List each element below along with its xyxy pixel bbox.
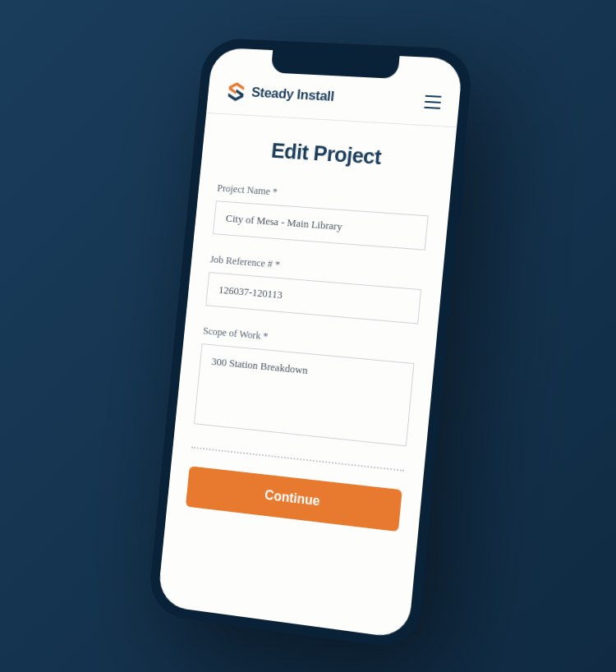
project-name-input[interactable] xyxy=(213,200,429,250)
job-reference-group: Job Reference # * xyxy=(205,254,423,324)
phone-side-button-2 xyxy=(453,240,458,274)
phone-screen: Steady Install Edit Project Project Name… xyxy=(157,48,463,639)
form-divider xyxy=(191,447,404,472)
scope-of-work-input[interactable] xyxy=(194,343,415,446)
phone-mockup: Steady Install Edit Project Project Name… xyxy=(147,38,474,651)
phone-side-button xyxy=(457,165,466,223)
form-content: Edit Project Project Name * Job Referenc… xyxy=(166,113,457,551)
project-name-group: Project Name * xyxy=(213,182,430,251)
hamburger-menu-icon[interactable] xyxy=(424,95,441,109)
page-title: Edit Project xyxy=(220,135,435,173)
brand-logo-group[interactable]: Steady Install xyxy=(224,80,335,108)
continue-button[interactable]: Continue xyxy=(186,466,402,532)
phone-frame: Steady Install Edit Project Project Name… xyxy=(147,38,474,651)
brand-logo-icon xyxy=(224,80,248,104)
brand-name: Steady Install xyxy=(251,85,334,105)
scope-of-work-group: Scope of Work * xyxy=(194,325,416,450)
